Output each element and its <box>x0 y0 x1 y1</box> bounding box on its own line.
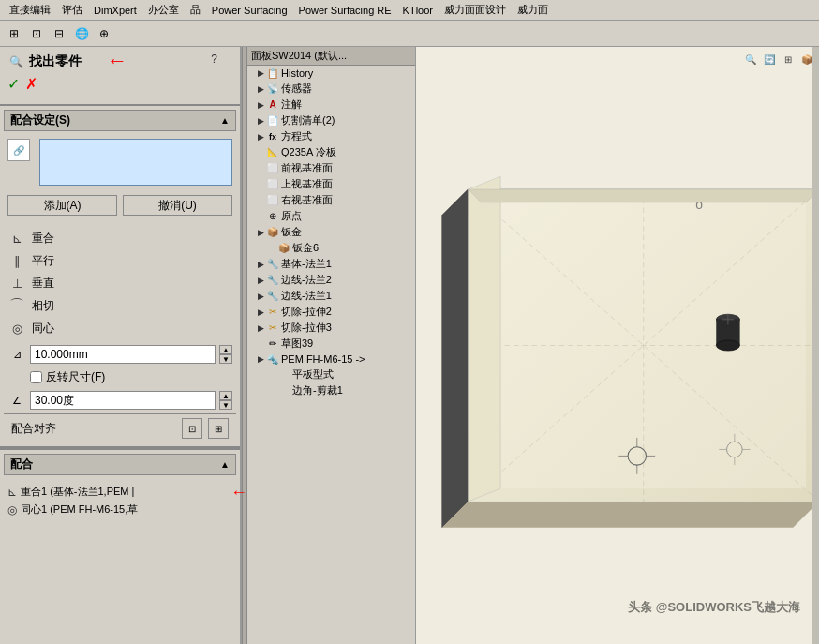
spin-up[interactable]: ▲ <box>219 345 232 354</box>
mate-settings-title: 配合设定(S) <box>10 112 70 128</box>
svg-point-14 <box>716 340 739 351</box>
mate-icon: 🔗 <box>7 139 30 161</box>
icon-btn-4[interactable]: 🌐 <box>71 23 92 44</box>
sketch39-icon: ✏ <box>266 337 279 351</box>
mates-list: ⊾ 重合1 (基体-法兰1,PEM | ← ◎ 同心1 (PEM FH-M6-1… <box>4 481 236 520</box>
tree-item-sensor[interactable]: ▶ 📡 传感器 <box>247 81 415 97</box>
mate-type-parallel[interactable]: ∥ 平行 <box>7 249 232 272</box>
scroll-handle[interactable] <box>812 47 819 644</box>
tree-item-corner-trim1[interactable]: 边角-剪裁1 <box>247 382 415 398</box>
tree-item-equations[interactable]: ▶ fx 方程式 <box>247 128 415 144</box>
question-icon[interactable]: ? <box>211 52 217 66</box>
reverse-checkbox[interactable] <box>30 371 42 383</box>
confirm-button[interactable]: ✓ <box>7 75 20 93</box>
align-btn-2[interactable]: ⊞ <box>208 418 229 439</box>
tree-item-label: 上视基准面 <box>281 177 333 191</box>
toolbar-item-ktloor[interactable]: KTloor <box>397 0 439 20</box>
cancel-button[interactable]: ✗ <box>25 75 37 93</box>
tree-item-cut-list[interactable]: ▶ 📄 切割清单(2) <box>247 112 415 128</box>
undo-button[interactable]: 撤消(U) <box>123 195 232 216</box>
icon-btn-1[interactable]: ⊞ <box>4 23 24 44</box>
tree-item-flat-pattern[interactable]: 平板型式 <box>247 367 415 382</box>
viewport[interactable]: 🔍 🔄 ⊞ 📦 <box>416 47 819 644</box>
dimension-input[interactable] <box>30 345 216 364</box>
tree-item-right-plane[interactable]: ⬜ 右视基准面 <box>247 192 415 208</box>
icon-btn-3[interactable]: ⊟ <box>49 23 69 44</box>
tree-item-label: 右视基准面 <box>281 193 333 207</box>
tree-item-front-plane[interactable]: ⬜ 前视基准面 <box>247 160 415 176</box>
mate-text-box[interactable] <box>39 139 232 186</box>
tree-expand-icon <box>255 147 266 158</box>
tree-item-material[interactable]: 📐 Q235A 冷板 <box>247 144 415 160</box>
vp-zoom-btn[interactable]: 🔍 <box>742 51 759 67</box>
vp-rotate-btn[interactable]: 🔄 <box>761 51 778 67</box>
icon-toolbar: ⊞ ⊡ ⊟ 🌐 ⊕ <box>0 21 819 47</box>
tree-item-pem-fh-m6[interactable]: ▶ 🔩 PEM FH-M6-15 -> <box>247 352 415 367</box>
mate-settings-header[interactable]: 配合设定(S) ▲ <box>4 110 236 131</box>
angle-spinner[interactable]: ▲ ▼ <box>219 391 232 410</box>
mate-input-area: 🔗 <box>4 137 236 187</box>
toolbar-item-office[interactable]: 办公室 <box>142 0 185 20</box>
toolbar-item-evaluate[interactable]: 评估 <box>56 0 88 20</box>
tree-item-cut-extrude2[interactable]: ▶ ✂ 切除-拉伸2 <box>247 304 415 320</box>
toolbar-item-weili2[interactable]: 威力面 <box>512 0 554 20</box>
angle-spin-down[interactable]: ▼ <box>219 400 232 410</box>
mate-type-perpendicular[interactable]: ⊥ 垂直 <box>7 272 232 294</box>
dimension-spinner[interactable]: ▲ ▼ <box>219 345 232 364</box>
list-item[interactable]: ⊾ 重合1 (基体-法兰1,PEM | ← <box>7 483 232 501</box>
tree-expand-icon <box>266 243 277 254</box>
cut-extrude2-icon: ✂ <box>266 306 279 319</box>
tree-item-label: 钣金 <box>281 225 302 239</box>
tree-item-base-flange1[interactable]: ▶ 🔧 基体-法兰1 <box>247 256 415 272</box>
list-item[interactable]: ◎ 同心1 (PEM FH-M6-15,草 <box>7 501 232 518</box>
toolbar-item-dimxpert[interactable]: DimXpert <box>88 0 142 20</box>
toolbar-item-pin[interactable]: 品 <box>185 0 206 20</box>
icon-btn-5[interactable]: ⊕ <box>94 23 114 44</box>
find-part-title: 找出零件 <box>29 53 82 70</box>
alignment-label: 配合对齐 <box>11 421 56 437</box>
tree-expand-icon: ▶ <box>255 227 266 238</box>
toolbar-item-power-surf[interactable]: Power Surfacing <box>206 0 293 20</box>
icon-btn-2[interactable]: ⊡ <box>26 23 47 44</box>
mate-type-concentric[interactable]: ◎ 同心 <box>7 317 232 339</box>
tangent-icon: ⌒ <box>7 296 26 315</box>
mate-type-coincident[interactable]: ⊾ 重合 <box>7 227 232 249</box>
tree-item-label: 切除-拉伸3 <box>281 321 332 335</box>
mates-section-header[interactable]: 配合 ▲ <box>4 454 236 475</box>
tree-expand-icon: ▶ <box>255 99 266 111</box>
tree-item-edge-flange2[interactable]: ▶ 🔧 边线-法兰2 <box>247 272 415 288</box>
mates-section-title: 配合 <box>10 457 33 472</box>
tree-item-label: 原点 <box>281 209 302 223</box>
tree-item-edge-flange1[interactable]: ▶ 🔧 边线-法兰1 <box>247 288 415 304</box>
tree-expand-icon: ▶ <box>255 307 266 318</box>
angle-input[interactable] <box>30 391 216 410</box>
left-panel: 🔍 找出零件 ? ← ✓ ✗ 配合设定(S) ▲ 🔗 添加(A) <box>0 47 242 644</box>
tree-item-top-plane[interactable]: ⬜ 上视基准面 <box>247 176 415 192</box>
material-icon: 📐 <box>266 146 279 159</box>
angle-spin-up[interactable]: ▲ <box>219 391 232 400</box>
tree-item-label: Q235A 冷板 <box>281 145 336 159</box>
tree-expand-icon <box>255 338 266 350</box>
toolbar-item-power-surf-re[interactable]: Power Surfacing RE <box>293 0 397 20</box>
toolbar-item-direct-edit[interactable]: 直接编辑 <box>4 0 56 20</box>
mate-align-section: 配合对齐 ⊡ ⊞ <box>4 413 236 442</box>
corner-trim1-icon <box>277 384 290 397</box>
sheet-metal-icon: 📦 <box>266 226 279 239</box>
tree-item-history[interactable]: ▶ 📋 History <box>247 66 415 81</box>
align-btn-1[interactable]: ⊡ <box>182 418 202 439</box>
tree-item-origin[interactable]: ⊕ 原点 <box>247 208 415 224</box>
add-button[interactable]: 添加(A) <box>7 195 117 216</box>
tree-item-annotation[interactable]: ▶ A 注解 <box>247 97 415 112</box>
spin-down[interactable]: ▼ <box>219 354 232 364</box>
tree-item-sheet-metal6[interactable]: 📦 钣金6 <box>247 240 415 256</box>
tree-item-sketch39[interactable]: ✏ 草图39 <box>247 336 415 352</box>
mate-type-tangent[interactable]: ⌒ 相切 <box>7 294 232 317</box>
mate-item-2-label: 同心1 (PEM FH-M6-15,草 <box>21 502 138 517</box>
toolbar-item-weili1[interactable]: 威力面面设计 <box>439 0 512 20</box>
svg-marker-4 <box>442 502 819 528</box>
parallel-icon: ∥ <box>7 251 26 270</box>
vp-pan-btn[interactable]: ⊞ <box>780 51 797 67</box>
tree-item-cut-extrude3[interactable]: ▶ ✂ 切除-拉伸3 <box>247 320 415 336</box>
tree-item-sheet-metal[interactable]: ▶ 📦 钣金 <box>247 224 415 240</box>
tree-item-label: 边线-法兰2 <box>281 273 332 287</box>
